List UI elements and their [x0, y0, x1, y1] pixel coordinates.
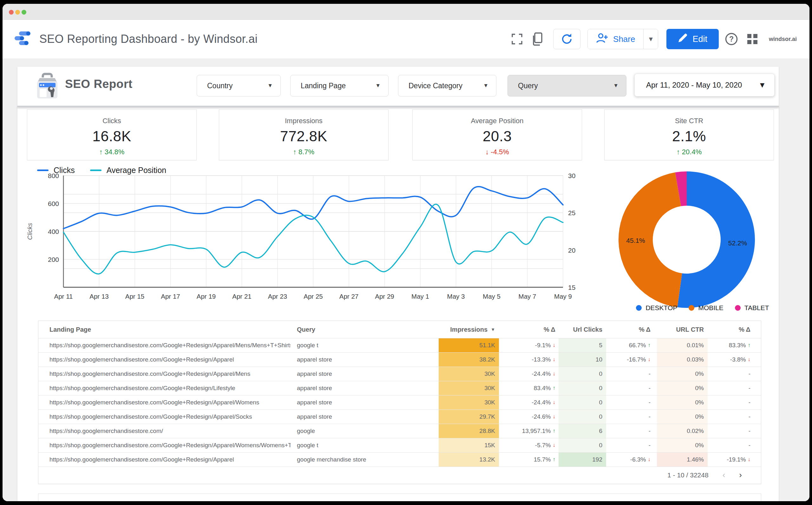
table-cell-p1: 13,957.1%↑: [499, 424, 555, 438]
table-cell-imp: 51.1K: [439, 338, 495, 352]
date-range-control[interactable]: Apr 11, 2020 - May 10, 2020 ▼: [634, 73, 775, 97]
filter-chip-label: Device Category: [409, 81, 463, 90]
edit-button-label: Edit: [693, 34, 707, 44]
chevron-down-icon: ▼: [758, 80, 766, 90]
table-cell-p2: -16.7%↓: [606, 353, 650, 367]
up-arrow-icon: ↑: [648, 342, 651, 348]
down-arrow-icon: ↓: [553, 342, 556, 348]
page-title: SEO Reporting Dashboard - by Windsor.ai: [39, 32, 258, 46]
down-arrow-icon: ↓: [748, 356, 751, 363]
table-header-row: Landing PageQueryImpressions▼% ΔUrl Clic…: [38, 321, 761, 338]
next-page-button[interactable]: ›: [739, 470, 742, 480]
svg-text:20: 20: [568, 246, 575, 254]
table-cell-p3: -: [708, 367, 751, 381]
table-cell-lp: https://shop.googlemerchandisestore.com/…: [49, 453, 291, 467]
down-arrow-icon: ↓: [553, 356, 556, 363]
legend-label: DESKTOP: [645, 304, 677, 312]
scorecard-clicks: Clicks16.8K↑ 34.8%: [27, 110, 197, 160]
scorecard-label: Average Position: [413, 117, 582, 125]
table-cell-p1: -24.4%↓: [499, 395, 555, 409]
table-cell-uc: 0: [559, 381, 602, 395]
up-arrow-icon: ↑: [553, 385, 556, 391]
table-cell-lp: https://shop.googlemerchandisestore.com/…: [49, 438, 291, 452]
scorecard-value: 772.8K: [219, 128, 388, 145]
share-options-caret[interactable]: ▼: [643, 29, 658, 49]
down-arrow-icon: ↓: [553, 413, 556, 420]
filter-chip-label: Country: [207, 81, 233, 90]
pages-button[interactable]: [530, 31, 546, 47]
filter-chip-landing-page[interactable]: Landing Page▼: [290, 75, 388, 97]
table-cell-lp: https://shop.googlemerchandisestore.com/…: [49, 367, 291, 381]
refresh-button[interactable]: [553, 29, 580, 49]
up-arrow-icon: ↑: [553, 457, 556, 463]
table-header--[interactable]: % Δ: [499, 321, 555, 338]
help-button[interactable]: ?: [723, 31, 740, 47]
add-person-icon: [596, 33, 609, 46]
table-header--[interactable]: % Δ: [708, 321, 751, 338]
close-button[interactable]: [9, 10, 14, 15]
table-cell-p2: -6.3%↓: [606, 453, 650, 467]
donut-legend-item-mobile[interactable]: MOBILE: [689, 304, 723, 312]
legend-dot: [735, 305, 741, 311]
table-cell-p2: -: [606, 367, 650, 381]
svg-text:400: 400: [48, 228, 59, 235]
table-cell-q: google t: [297, 338, 433, 352]
filter-chip-country[interactable]: Country▼: [197, 75, 281, 97]
svg-text:May 7: May 7: [519, 293, 536, 300]
minimize-button[interactable]: [15, 10, 20, 15]
table-cell-imp: 30K: [439, 395, 495, 409]
table-header-url-clicks[interactable]: Url Clicks: [559, 321, 602, 338]
scorecard-value: 20.3: [413, 128, 582, 145]
table-cell-q: apparel store: [297, 353, 433, 367]
legend-label: MOBILE: [698, 304, 723, 312]
table-cell-uc: 0: [559, 410, 602, 424]
svg-text:?: ?: [729, 35, 734, 43]
table-header-url-ctr[interactable]: URL CTR: [657, 321, 704, 338]
pencil-icon: [678, 33, 687, 45]
table-row: https://shop.googlemerchandisestore.com/…: [38, 353, 761, 367]
pagination-range: 1 - 10 / 32248: [667, 471, 709, 479]
table-cell-p2: 66.7%↑: [606, 338, 650, 352]
table-cell-ctr: 0.03%: [657, 353, 704, 367]
table-cell-lp: https://shop.googlemerchandisestore.com/…: [49, 410, 291, 424]
edit-button[interactable]: Edit: [666, 29, 719, 49]
table-cell-imp: 29.7K: [439, 410, 495, 424]
down-arrow-icon: ↓: [553, 371, 556, 377]
zoom-button[interactable]: [22, 10, 26, 15]
filter-chip-query[interactable]: Query▼: [508, 75, 626, 97]
table-cell-imp: 13.2K: [439, 453, 495, 467]
scorecard-value: 2.1%: [604, 128, 774, 145]
svg-text:Clicks: Clicks: [26, 223, 33, 240]
apps-grid-icon[interactable]: [744, 31, 761, 47]
svg-text:52.2%: 52.2%: [728, 239, 747, 246]
table-header-landing-page[interactable]: Landing Page: [49, 321, 291, 338]
table-cell-p3: -: [708, 410, 751, 424]
table-header-impressions[interactable]: Impressions▼: [439, 321, 495, 338]
table-row: https://shop.googlemerchandisestore.com/…: [38, 438, 761, 453]
filter-chip-device-category[interactable]: Device Category▼: [398, 75, 496, 97]
legend-label: TABLET: [745, 304, 769, 312]
fullscreen-button[interactable]: [509, 31, 525, 47]
share-button[interactable]: Share: [588, 29, 643, 49]
table-row: https://shop.googlemerchandisestore.com/…: [38, 453, 761, 467]
table-cell-uc: 10: [559, 353, 602, 367]
scorecard-label: Clicks: [27, 117, 196, 125]
chevron-down-icon: ▼: [375, 82, 380, 89]
table-row: https://shop.googlemerchandisestore.com/…: [38, 367, 761, 381]
scorecard-delta: ↓ -4.5%: [413, 148, 582, 156]
donut-legend-item-tablet[interactable]: TABLET: [735, 304, 769, 312]
svg-text:May 5: May 5: [483, 293, 501, 300]
donut-legend-item-desktop[interactable]: DESKTOP: [636, 304, 677, 312]
previous-page-button[interactable]: ‹: [723, 470, 726, 480]
svg-text:45.1%: 45.1%: [626, 237, 645, 244]
table-cell-imp: 38.2K: [439, 353, 495, 367]
table-header--[interactable]: % Δ: [606, 321, 650, 338]
table-header-query[interactable]: Query: [297, 321, 433, 338]
down-arrow-icon: ↓: [553, 442, 556, 449]
scorecard-site-ctr: Site CTR2.1%↑ 20.4%: [604, 110, 774, 160]
landing-page-table: Landing PageQueryImpressions▼% ΔUrl Clic…: [38, 321, 761, 484]
table-cell-p3: -: [708, 424, 751, 438]
down-arrow-icon: ↓: [748, 457, 751, 463]
scorecard-average-position: Average Position20.3↓ -4.5%: [413, 110, 582, 160]
table-cell-ctr: 1.46%: [657, 453, 704, 467]
